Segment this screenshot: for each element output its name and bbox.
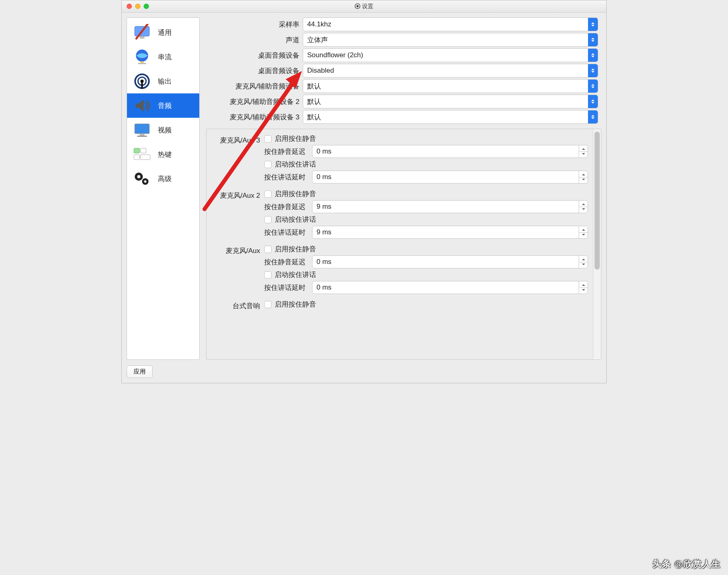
sidebar-item-label: 输出 [158, 77, 172, 86]
scrollbar-thumb[interactable] [594, 132, 600, 270]
main-area: 采样率 44.1khz 声道 立体声 桌面音频设备 Soundflower (2… [206, 17, 601, 360]
label-mic-aux-2: 麦克风/辅助音频设备 2 [206, 97, 299, 106]
stepper-up-icon[interactable] [579, 281, 588, 288]
input-talk-delay[interactable]: 9 ms [312, 226, 588, 239]
select-mic-aux-2[interactable]: 默认 [303, 95, 598, 108]
group-label: 台式音响 [211, 300, 260, 311]
checkbox-label: 启用按住静音 [275, 244, 316, 254]
label-sample-rate: 采样率 [206, 20, 299, 29]
chevron-updown-icon [588, 80, 598, 93]
svg-rect-15 [134, 148, 140, 153]
checkbox-label: 启动按住讲话 [275, 215, 316, 224]
svg-point-11 [140, 80, 144, 83]
svg-rect-17 [134, 155, 140, 160]
titlebar: 设置 [122, 0, 606, 13]
checkbox-label: 启用按住静音 [275, 300, 316, 309]
row-mic-aux-1: 麦克风/辅助音频设备 默认 [206, 79, 598, 93]
checkbox-push-to-mute[interactable] [264, 301, 271, 308]
input-talk-delay[interactable]: 0 ms [312, 171, 588, 184]
group-mic-aux-3: 麦克风/Aux 3 启用按住静音 按住静音延迟 0 ms 启动按住讲话 按住讲话… [211, 134, 593, 184]
checkbox-push-to-talk[interactable] [264, 161, 271, 168]
chevron-updown-icon [588, 49, 598, 62]
stepper-up-icon[interactable] [579, 145, 588, 151]
svg-rect-7 [138, 63, 146, 64]
label-mute-delay: 按住静音延迟 [264, 257, 309, 267]
stepper-down-icon[interactable] [579, 288, 588, 294]
chevron-updown-icon [588, 110, 598, 123]
sidebar-item-general[interactable]: 通用 [127, 20, 199, 45]
sidebar-item-hotkeys[interactable]: 热键 [127, 142, 199, 166]
label-talk-delay: 按住讲话延时 [264, 283, 309, 292]
select-mic-aux-1[interactable]: 默认 [303, 79, 598, 93]
stepper-down-icon[interactable] [579, 262, 588, 268]
stepper-up-icon[interactable] [579, 256, 588, 262]
input-talk-delay[interactable]: 0 ms [312, 281, 588, 294]
stepper-down-icon[interactable] [579, 232, 588, 239]
select-mic-aux-3[interactable]: 默认 [303, 110, 598, 124]
sidebar-item-output[interactable]: 输出 [127, 69, 199, 93]
svg-point-22 [144, 180, 146, 183]
chevron-updown-icon [588, 18, 598, 31]
row-sample-rate: 采样率 44.1khz [206, 17, 598, 31]
sidebar-item-label: 热键 [158, 150, 172, 159]
stream-icon [131, 47, 153, 67]
sidebar-item-label: 通用 [158, 28, 172, 37]
row-desktop-audio-1: 桌面音频设备 Soundflower (2ch) [206, 48, 598, 62]
hotkey-panel: 麦克风/Aux 3 启用按住静音 按住静音延迟 0 ms 启动按住讲话 按住讲话… [206, 129, 601, 360]
video-icon [131, 120, 153, 140]
bottom-bar: 应用 [127, 360, 601, 378]
general-icon [131, 23, 153, 42]
checkbox-push-to-talk[interactable] [264, 216, 271, 223]
checkbox-label: 启动按住讲话 [275, 270, 316, 279]
svg-point-21 [137, 175, 140, 178]
stepper-up-icon[interactable] [579, 171, 588, 177]
audio-settings-form: 采样率 44.1khz 声道 立体声 桌面音频设备 Soundflower (2… [206, 17, 601, 124]
stepper-up-icon[interactable] [579, 201, 588, 207]
checkbox-push-to-mute[interactable] [264, 190, 271, 198]
label-mic-aux-1: 麦克风/辅助音频设备 [206, 82, 299, 91]
row-mic-aux-2: 麦克风/辅助音频设备 2 默认 [206, 95, 598, 108]
sidebar-item-video[interactable]: 视频 [127, 118, 199, 142]
group-mic-aux: 麦克风/Aux 启用按住静音 按住静音延迟 0 ms 启动按住讲话 按住讲话延时… [211, 244, 593, 294]
svg-rect-18 [140, 155, 150, 160]
group-label: 麦克风/Aux 3 [211, 134, 260, 184]
label-talk-delay: 按住讲话延时 [264, 228, 309, 237]
select-sample-rate[interactable]: 44.1khz [303, 17, 598, 31]
group-desktop-speaker: 台式音响 启用按住静音 [211, 300, 593, 311]
stepper-down-icon[interactable] [579, 151, 588, 158]
checkbox-label: 启动按住讲话 [275, 160, 316, 169]
audio-icon [131, 96, 153, 115]
select-desktop-audio-2[interactable]: Disabled [303, 64, 598, 78]
chevron-updown-icon [588, 64, 598, 77]
select-channels[interactable]: 立体声 [303, 33, 598, 47]
sidebar-item-audio[interactable]: 音频 [127, 93, 199, 118]
input-mute-delay[interactable]: 9 ms [312, 200, 588, 213]
group-label: 麦克风/Aux 2 [211, 189, 260, 239]
label-desktop-audio-2: 桌面音频设备 [206, 66, 299, 76]
svg-rect-16 [140, 148, 146, 153]
advanced-icon [131, 169, 153, 188]
sidebar-item-stream[interactable]: 串流 [127, 45, 199, 69]
label-mic-aux-3: 麦克风/辅助音频设备 3 [206, 112, 299, 122]
settings-window: 设置 通用 串流 [121, 0, 607, 383]
apply-button[interactable]: 应用 [127, 365, 153, 378]
output-icon [131, 71, 153, 91]
sidebar-item-advanced[interactable]: 高级 [127, 166, 199, 191]
stepper-up-icon[interactable] [579, 226, 588, 232]
stepper-down-icon[interactable] [579, 177, 588, 184]
hotkey-panel-content: 麦克风/Aux 3 启用按住静音 按住静音延迟 0 ms 启动按住讲话 按住讲话… [207, 129, 593, 359]
input-mute-delay[interactable]: 0 ms [312, 255, 588, 268]
input-mute-delay[interactable]: 0 ms [312, 145, 588, 158]
scrollbar[interactable] [593, 129, 601, 359]
row-desktop-audio-2: 桌面音频设备 Disabled [206, 64, 598, 78]
svg-point-1 [356, 5, 358, 7]
content-row: 通用 串流 输出 音频 [127, 17, 601, 360]
checkbox-push-to-mute[interactable] [264, 135, 271, 143]
checkbox-push-to-mute[interactable] [264, 246, 271, 253]
stepper-down-icon[interactable] [579, 207, 588, 213]
select-desktop-audio-1[interactable]: Soundflower (2ch) [303, 48, 598, 62]
group-mic-aux-2: 麦克风/Aux 2 启用按住静音 按住静音延迟 9 ms 启动按住讲话 按住讲话… [211, 189, 593, 239]
svg-rect-14 [137, 136, 147, 137]
window-body: 通用 串流 输出 音频 [122, 13, 606, 383]
checkbox-push-to-talk[interactable] [264, 271, 271, 279]
